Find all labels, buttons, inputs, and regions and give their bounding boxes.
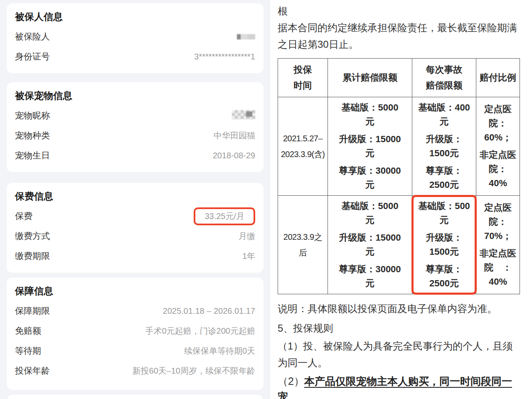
info-row: 缴费方式 月缴 [15, 226, 255, 246]
cell-ratio: 定点医 院： 60%； 非定点医 院： 40% [476, 97, 520, 196]
info-row: 宠物昵称 [15, 106, 255, 126]
table-note: 说明：具体限额以投保页面及电子保单内容为准。 [278, 300, 520, 317]
table-header-row: 投保 时间 累计赔偿限额 每次事故 赔偿限额 赔付比例 [278, 59, 520, 97]
rule-2: （2）本产品仅限宠物主本人购买，同一时间段同一宠 物犬或宠物猫限投保1份，多投保… [278, 374, 520, 399]
row-value [232, 110, 255, 121]
rule-1: （1）投、被保险人为具备完全民事行为的个人，且须 为同一人。 [278, 338, 520, 371]
header-per-accident-limit: 每次事故 赔偿限额 [412, 59, 476, 97]
row-label: 身份证号 [15, 51, 50, 62]
cell-ratio: 定点医 院： 70%； 非定点医 院 ： 40% [476, 196, 520, 294]
cell-cumulative: 基础版：5000 元 升级版：15000 元 尊享版：30000 元 [328, 97, 412, 196]
row-value [237, 32, 255, 42]
info-row: 宠物生日 2018-08-29 [15, 145, 255, 165]
redacted-value [232, 110, 255, 119]
row-label: 宠物昵称 [15, 110, 50, 121]
row-value: 续保保单等待期0天 [184, 345, 255, 357]
row-value: 手术0元起赔，门诊200元起赔 [145, 325, 256, 337]
row-label: 缴费期限 [15, 250, 50, 262]
row-label: 免赔额 [15, 325, 41, 337]
card-title: 被保宠物信息 [15, 89, 255, 102]
info-row: 被保险人 [15, 27, 255, 47]
limit-entry: 基础版：500 元 [413, 199, 475, 227]
info-row: 保障期限 2025.01.18 – 2026.01.17 [15, 301, 255, 321]
terms-paragraph: 保险期间届满时，被保险宠物仍在接受治疗的，保险人根 据本合同的约定继续承担保险责… [278, 0, 520, 53]
info-row: 宠物种类 中华田园猫 [15, 126, 255, 145]
cell-period: 2021.5.27– 2023.3.9(含) [278, 97, 328, 196]
row-label: 被保险人 [15, 31, 50, 42]
cell-per-accident: 基础版：400 元 升级版： 1500元 尊享版： 2500元 [412, 97, 476, 196]
next-card-partial [7, 394, 264, 399]
card-title: 被保人信息 [15, 10, 255, 23]
card-title: 保费信息 [15, 190, 255, 203]
table-row: 2021.5.27– 2023.3.9(含) 基础版：5000 元 升级版：15… [278, 97, 520, 196]
table-row: 2023.3.9之 后 基础版：5000 元 升级版：15000 元 尊享版：3… [278, 196, 520, 294]
limit-entry: 升级版： 1500元 [413, 231, 475, 259]
rule-2-emphasis: 本产品仅限宠物主本人购买，同一时间段同一宠 [278, 375, 512, 399]
ratio-entry: 定点医 院： 70%； [477, 201, 519, 243]
insured-person-card: 被保人信息 被保险人 身份证号 3****************1 [7, 3, 264, 73]
row-value: 2018-08-29 [213, 151, 255, 160]
header-period: 投保 时间 [278, 59, 328, 97]
limit-entry: 升级版：15000 元 [329, 132, 411, 160]
cell-per-accident-highlighted: 基础版：500 元 升级版： 1500元 尊享版： 2500元 [412, 196, 476, 294]
compensation-limits-table: 投保 时间 累计赔偿限额 每次事故 赔偿限额 赔付比例 2021.5.27– 2… [278, 58, 520, 294]
info-row: 缴费期限 1年 [15, 246, 255, 266]
header-cumulative-limit: 累计赔偿限额 [328, 59, 412, 97]
limit-entry: 尊享版：30000 元 [329, 164, 411, 192]
info-row: 等待期 续保保单等待期0天 [15, 341, 255, 361]
limit-entry: 基础版：400 元 [413, 101, 475, 129]
redacted-value [237, 34, 255, 39]
row-label: 保费 [15, 210, 32, 222]
coverage-card: 保障信息 保障期限 2025.01.18 – 2026.01.17 免赔额 手术… [7, 278, 264, 390]
limit-entry: 升级版：15000 元 [329, 231, 411, 259]
ratio-entry: 定点医 院： 60%； [477, 102, 519, 145]
row-value: 月缴 [239, 231, 255, 242]
row-label: 投保年龄 [15, 365, 50, 377]
rule-2-line: （2）本产品仅限宠物主本人购买，同一时间段同一宠 [278, 374, 520, 399]
limit-entry: 尊享版： 2500元 [413, 262, 475, 291]
premium-highlight-box: 33.25元/月 [194, 207, 255, 225]
info-row: 投保年龄 新投60天–10周岁，续保不限年龄 [15, 361, 255, 381]
row-label: 宠物生日 [15, 150, 50, 161]
ratio-entry: 非定点医 院 ： 40% [477, 246, 519, 289]
row-value: 33.25元/月 [194, 207, 255, 225]
policy-summary-panel: 被保人信息 被保险人 身份证号 3****************1 被保宠物信… [0, 0, 270, 399]
row-value: 中华田园猫 [214, 130, 255, 141]
row-label: 缴费方式 [15, 230, 50, 242]
rule-2-prefix: （2） [278, 375, 304, 387]
ratio-entry: 非定点医 院： 40% [477, 148, 519, 190]
row-value: 3****************1 [194, 52, 255, 62]
header-payout-ratio: 赔付比例 [476, 59, 520, 97]
cell-cumulative: 基础版：5000 元 升级版：15000 元 尊享版：30000 元 [328, 196, 412, 294]
info-row: 身份证号 3****************1 [15, 47, 255, 66]
row-value: 2025.01.18 – 2026.01.17 [163, 306, 255, 316]
row-label: 宠物种类 [15, 130, 50, 141]
row-value: 1年 [242, 251, 255, 262]
limit-entry: 升级版： 1500元 [413, 132, 475, 160]
info-row: 免赔额 手术0元起赔，门诊200元起赔 [15, 321, 255, 341]
cell-period: 2023.3.9之 后 [278, 196, 328, 294]
row-value: 新投60天–10周岁，续保不限年龄 [132, 365, 255, 377]
info-row: 保费 33.25元/月 [15, 206, 255, 226]
terms-document-panel: 保险期间届满时，被保险宠物仍在接受治疗的，保险人根 据本合同的约定继续承担保险责… [270, 0, 532, 399]
premium-card: 保费信息 保费 33.25元/月 缴费方式 月缴 缴费期限 1年 [7, 183, 264, 273]
limit-entry: 基础版：5000 元 [329, 199, 411, 227]
section-title: 5、投保规则 [278, 320, 520, 337]
row-label: 保障期限 [15, 305, 50, 317]
limit-entry: 尊享版： 2500元 [413, 164, 475, 192]
row-label: 等待期 [15, 345, 41, 357]
card-title: 保障信息 [15, 284, 255, 298]
limit-entry: 尊享版：30000 元 [329, 262, 411, 291]
insured-pet-card: 被保宠物信息 宠物昵称 宠物种类 中华田园猫 宠物生日 2018-08-29 [7, 82, 264, 172]
limit-entry: 基础版：5000 元 [329, 101, 411, 129]
